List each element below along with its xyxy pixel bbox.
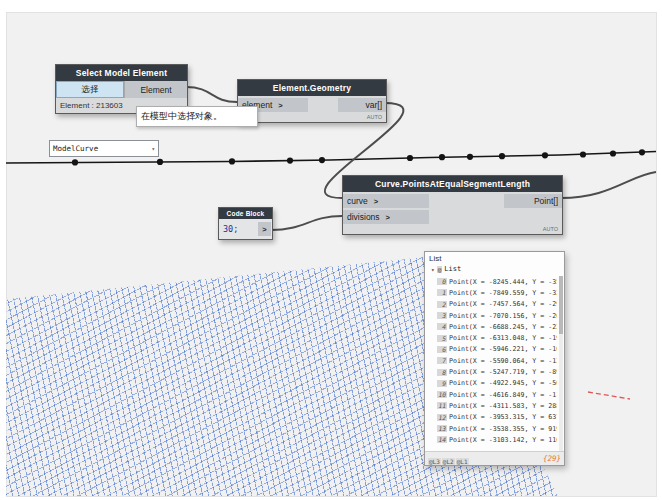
list-item[interactable]: 1Point(X = -7849.559, Y = -3243. xyxy=(437,287,557,298)
list-item-index: 12 xyxy=(437,414,447,421)
list-item-text: Point(X = -4616.849, Y = -110. xyxy=(449,391,557,399)
input-port-curve[interactable]: curve > xyxy=(343,194,429,208)
preview-scrollbar[interactable] xyxy=(559,276,563,451)
caret-down-icon[interactable]: ▾ xyxy=(431,266,435,273)
list-item-text: Point(X = -6688.245, Y = -2285. xyxy=(449,323,557,331)
list-item-text: Point(X = -7070.156, Y = -2611. xyxy=(449,312,557,320)
node-header[interactable]: Element.Geometry xyxy=(238,80,386,96)
port-label: divisions xyxy=(347,212,380,222)
lacing-label: AUTO xyxy=(238,112,386,122)
scrollbar-thumb[interactable] xyxy=(559,276,563,334)
list-item-text: Point(X = -4922.945, Y = -507.6 xyxy=(449,379,557,387)
list-item[interactable]: 7Point(X = -5590.064, Y = -1256. xyxy=(437,355,557,366)
list-item-index: 0 xyxy=(437,278,447,285)
preview-title: List xyxy=(425,252,564,264)
list-item-text: Point(X = -3953.315, Y = 637.9 xyxy=(449,413,557,421)
output-port[interactable]: > xyxy=(258,222,271,236)
list-item-text: Point(X = -7457.564, Y = -2930. xyxy=(449,300,557,308)
list-item[interactable]: 12Point(X = -3953.315, Y = 637.9 xyxy=(437,412,557,423)
list-item-text: Point(X = -3538.355, Y = 919.5 xyxy=(449,425,557,433)
output-port-element[interactable]: Element xyxy=(124,81,187,98)
port-arrow-icon: > xyxy=(386,213,390,222)
list-item-index: 11 xyxy=(437,402,447,409)
level-badge[interactable]: @L1 xyxy=(456,458,469,465)
list-item[interactable]: 4Point(X = -6688.245, Y = -2285. xyxy=(437,321,557,332)
node-header[interactable]: Curve.PointsAtEqualSegmentLength xyxy=(343,176,562,192)
select-button[interactable]: 选择 xyxy=(56,81,124,98)
node-header[interactable]: Code Block xyxy=(219,208,272,219)
list-item[interactable]: 10Point(X = -4616.849, Y = -110. xyxy=(437,389,557,400)
port-arrow-icon: > xyxy=(278,101,282,110)
preview-levels: @L3@L2@L1 xyxy=(428,449,470,468)
list-item[interactable]: 11Point(X = -4311.583, Y = 288.0 xyxy=(437,400,557,411)
node-header[interactable]: Select Model Element xyxy=(56,65,187,81)
input-port-divisions[interactable]: divisions > xyxy=(343,210,429,224)
list-item[interactable]: 13Point(X = -3538.355, Y = 919.5 xyxy=(437,423,557,434)
list-item-text: Point(X = -3103.142, Y = 1169. xyxy=(449,436,557,444)
level-badge[interactable]: @L3 xyxy=(428,458,441,465)
port-arrow-icon: > xyxy=(374,197,378,206)
list-item-text: Point(X = -7849.559, Y = -3243. xyxy=(449,289,557,297)
list-item-index: 9 xyxy=(437,380,447,387)
list-item-index: 5 xyxy=(437,335,447,342)
list-item-index: 6 xyxy=(437,346,447,353)
tooltip: 在模型中选择对象。 xyxy=(136,106,258,127)
list-item[interactable]: 0Point(X = -8245.444, Y = -3551. xyxy=(437,276,557,287)
list-item[interactable]: 2Point(X = -7457.564, Y = -2930. xyxy=(437,299,557,310)
list-item-text: Point(X = -5946.221, Y = -1610. xyxy=(449,345,557,353)
preview-items: 0Point(X = -8245.444, Y = -3551.1Point(X… xyxy=(437,276,557,451)
dropdown-arrow-icon: ▾ xyxy=(151,145,155,152)
list-item[interactable]: 5Point(X = -6313.048, Y = -1952. xyxy=(437,332,557,343)
list-item[interactable]: 3Point(X = -7070.156, Y = -2611. xyxy=(437,310,557,321)
list-item-text: Point(X = -8245.444, Y = -3551. xyxy=(449,278,557,286)
list-item-index: 2 xyxy=(437,301,447,308)
output-port-var[interactable]: var[] xyxy=(338,98,386,112)
node-curve-points-at-equal-segment-length[interactable]: Curve.PointsAtEqualSegmentLength curve >… xyxy=(342,175,563,235)
node-element-geometry[interactable]: Element.Geometry element > var[] AUTO xyxy=(237,79,387,123)
list-item-index: 4 xyxy=(437,323,447,330)
root-label: List xyxy=(444,265,461,273)
list-item[interactable]: 8Point(X = -5247.719, Y = -890.1 xyxy=(437,366,557,377)
list-item[interactable]: 6Point(X = -5946.221, Y = -1610. xyxy=(437,344,557,355)
root-level-badge: @ xyxy=(437,266,443,273)
list-item-index: 8 xyxy=(437,369,447,376)
node-code-block[interactable]: Code Block 30; > xyxy=(218,207,273,240)
list-count: {29} xyxy=(543,454,561,463)
list-item-index: 14 xyxy=(437,436,447,443)
list-item-index: 1 xyxy=(437,289,447,296)
dropdown-value: ModelCurve xyxy=(53,144,98,153)
level-badge[interactable]: @L2 xyxy=(442,458,455,465)
list-item-index: 13 xyxy=(437,425,447,432)
preview-bubble-list[interactable]: List ▾ @ List 0Point(X = -8245.444, Y = … xyxy=(424,251,565,466)
list-item[interactable]: 14Point(X = -3103.142, Y = 1169. xyxy=(437,434,557,445)
lacing-label: AUTO xyxy=(343,224,562,234)
code-input[interactable]: 30; xyxy=(219,224,258,234)
port-label: curve xyxy=(347,196,368,206)
list-item-index: 3 xyxy=(437,312,447,319)
list-item-text: Point(X = -6313.048, Y = -1952. xyxy=(449,334,557,342)
list-item-index: 7 xyxy=(437,357,447,364)
preview-footer: @L3@L2@L1 {29} xyxy=(425,451,564,465)
list-item-text: Point(X = -5247.719, Y = -890.1 xyxy=(449,368,557,376)
preview-root-row[interactable]: ▾ @ List xyxy=(425,264,564,274)
dropdown-model-curve[interactable]: ModelCurve ▾ xyxy=(49,140,159,157)
list-item-index: 10 xyxy=(437,391,447,398)
list-item-text: Point(X = -5590.064, Y = -1256. xyxy=(449,357,557,365)
list-item[interactable]: 9Point(X = -4922.945, Y = -507.6 xyxy=(437,378,557,389)
list-item-text: Point(X = -4311.583, Y = 288.0 xyxy=(449,402,557,410)
output-port-point[interactable]: Point[] xyxy=(504,194,562,208)
